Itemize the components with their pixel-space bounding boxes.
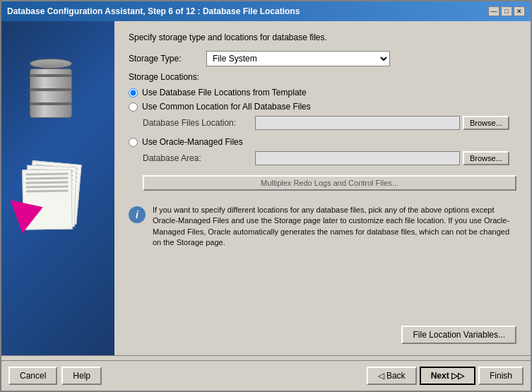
intro-text: Specify storage type and locations for d…	[129, 32, 516, 42]
db-files-location-row: Database Files Location: Browse...	[143, 116, 516, 130]
main-window: Database Configuration Assistant, Step 6…	[0, 0, 532, 392]
next-button[interactable]: Next ▷▷	[420, 367, 475, 385]
radio-option-1-label: Use Database File Locations from Templat…	[142, 88, 307, 97]
help-button[interactable]: Help	[61, 367, 102, 385]
doc-line	[25, 172, 68, 175]
radio-option-2[interactable]	[129, 102, 138, 112]
left-buttons: Cancel Help	[8, 367, 102, 385]
barrel-stripe-1	[30, 74, 72, 77]
info-box: i If you want to specify different locat…	[129, 201, 516, 253]
doc-line	[26, 185, 69, 188]
browse-db-area-button[interactable]: Browse...	[463, 151, 509, 165]
radio-option-2-label: Use Common Location for All Database Fil…	[142, 102, 311, 112]
barrel-stripe-2	[30, 88, 72, 91]
database-area-row: Database Area: Browse...	[143, 151, 516, 165]
spacer	[129, 253, 516, 326]
radio-option-2-row: Use Common Location for All Database Fil…	[129, 102, 516, 112]
database-area-input[interactable]	[255, 151, 460, 165]
doc-line	[26, 181, 69, 184]
right-buttons: ◁ Back Next ▷▷ Finish	[367, 367, 524, 385]
maximize-button[interactable]: □	[501, 6, 512, 16]
minimize-button[interactable]: —	[488, 6, 500, 16]
back-label: Back	[386, 371, 406, 381]
close-button[interactable]: ✕	[514, 6, 525, 16]
barrel-body	[30, 69, 72, 118]
file-location-area: File Location Variables...	[129, 326, 516, 344]
barrel-illustration	[30, 64, 72, 120]
db-files-location-input[interactable]	[255, 116, 460, 130]
radio-option-1[interactable]	[129, 88, 138, 97]
bottom-bar: Cancel Help ◁ Back Next ▷▷ Finish	[1, 360, 531, 391]
browse-db-files-button[interactable]: Browse...	[463, 116, 509, 130]
radio-option-1-row: Use Database File Locations from Templat…	[129, 88, 516, 97]
storage-type-label: Storage Type:	[129, 54, 206, 64]
radio-option-3-label: Use Oracle-Managed Files	[142, 137, 243, 147]
storage-type-row: Storage Type: File System Automatic Stor…	[129, 51, 516, 66]
barrel-stripe-3	[30, 102, 72, 105]
title-bar-buttons: — □ ✕	[488, 6, 525, 16]
info-icon: i	[129, 206, 146, 223]
doc-line	[25, 177, 68, 179]
storage-type-select[interactable]: File System Automatic Storage Management…	[206, 51, 390, 66]
finish-button[interactable]: Finish	[478, 367, 524, 385]
title-bar: Database Configuration Assistant, Step 6…	[1, 1, 531, 21]
storage-locations-label: Storage Locations:	[129, 72, 516, 82]
back-button[interactable]: ◁ Back	[367, 367, 417, 385]
left-panel	[1, 21, 114, 355]
right-panel: Specify storage type and locations for d…	[114, 21, 531, 355]
database-area-label: Database Area:	[143, 153, 252, 163]
radio-option-3[interactable]	[129, 138, 138, 147]
cancel-button[interactable]: Cancel	[8, 367, 57, 385]
separator	[1, 355, 531, 356]
file-location-variables-button[interactable]: File Location Variables...	[401, 326, 516, 344]
next-arrow-icon: ▷▷	[449, 371, 464, 381]
doc-lines-3	[25, 172, 68, 192]
next-label: Next	[431, 371, 449, 381]
window-title: Database Configuration Assistant, Step 6…	[7, 6, 300, 16]
radio-group: Use Database File Locations from Templat…	[129, 88, 516, 168]
barrel-top	[30, 59, 72, 69]
info-text: If you want to specify different locatio…	[153, 205, 516, 249]
radio-option-3-row: Use Oracle-Managed Files	[129, 137, 516, 147]
multiplex-button[interactable]: Multiplex Redo Logs and Control Files...	[143, 175, 516, 191]
left-panel-bg	[1, 21, 114, 355]
content-area: Specify storage type and locations for d…	[1, 21, 531, 355]
back-arrow-icon: ◁	[378, 371, 386, 381]
db-files-location-label: Database Files Location:	[143, 118, 252, 128]
